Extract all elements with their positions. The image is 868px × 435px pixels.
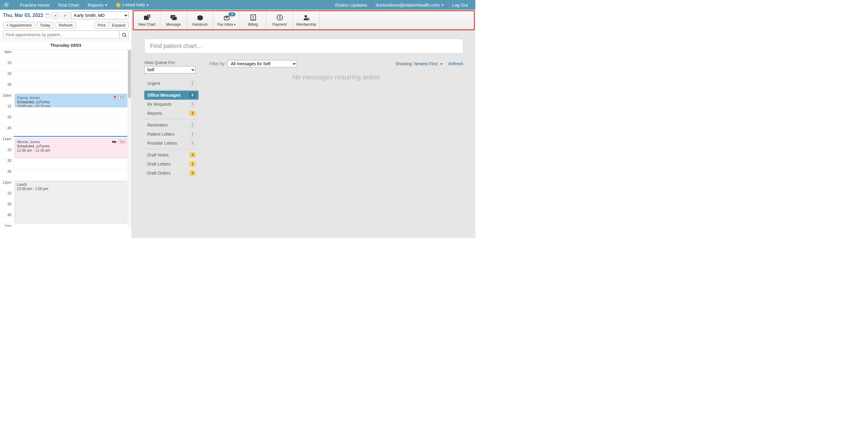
svg-rect-14 xyxy=(172,17,177,20)
queue-item-draft-letters[interactable]: Draft Letters1 xyxy=(144,160,198,169)
find-patient-input[interactable]: Find patient chart... xyxy=(144,39,463,54)
time-label: :30 xyxy=(0,158,13,169)
appointment-time: 10:00 am - 10:20 am xyxy=(17,104,126,107)
time-label: :15 xyxy=(0,148,13,158)
filter-by-label: Filter by: xyxy=(210,61,226,66)
queue-item-patient-letters[interactable]: Patient Letters0 xyxy=(144,129,198,139)
time-slot[interactable] xyxy=(13,170,132,180)
caret-down-icon xyxy=(440,63,443,65)
scrollbar[interactable] xyxy=(127,50,132,227)
current-date[interactable]: Thu, Mar 03, 2022 xyxy=(3,13,43,18)
current-time-indicator xyxy=(13,136,131,137)
queue-item-rx-requests[interactable]: Rx Requests0 xyxy=(144,100,198,109)
nav-find-chart[interactable]: Find Chart xyxy=(54,2,83,7)
time-slot[interactable] xyxy=(13,61,132,71)
time-slot[interactable] xyxy=(13,115,132,126)
time-slot[interactable] xyxy=(13,158,132,169)
queue-item-office-messages[interactable]: Office Messages0 xyxy=(144,91,198,100)
prev-day-button[interactable]: < xyxy=(52,12,59,19)
time-label: 11am xyxy=(0,137,13,147)
time-label: :30 xyxy=(0,71,13,82)
caret-down-icon xyxy=(234,24,236,25)
count-badge: 1 xyxy=(189,162,195,167)
tool-handouts[interactable]: Handouts xyxy=(187,11,213,29)
handouts-icon xyxy=(196,14,204,21)
visit-type-tag: Tele xyxy=(118,140,126,144)
time-slot[interactable] xyxy=(13,224,132,227)
tool-new-chart[interactable]: New Chart xyxy=(134,11,160,29)
topbar: Practice Home Find Chart Reports I need … xyxy=(0,0,475,10)
caret-down-icon xyxy=(105,4,107,6)
nav-logout[interactable]: Log Out xyxy=(448,2,472,7)
appointment-patient-name: Danny Jones xyxy=(17,95,126,100)
svg-text:$: $ xyxy=(279,16,281,20)
add-appointment-button[interactable]: + Appointment xyxy=(3,22,35,29)
time-label: :15 xyxy=(0,104,13,115)
nav-practice-home[interactable]: Practice Home xyxy=(16,2,54,7)
time-slot[interactable] xyxy=(13,71,132,82)
tool-payment[interactable]: $ Payment xyxy=(267,11,293,29)
queue-item-urgent[interactable]: Urgent0 xyxy=(144,79,198,88)
queue-item-reports[interactable]: Reports2 xyxy=(144,109,198,118)
count-badge: 0 xyxy=(189,123,195,127)
nav-user-menu[interactable]: doctordemo@elationhealth.com xyxy=(372,2,448,7)
provider-select[interactable]: Karly Smith, MD xyxy=(71,11,129,19)
appointment-minnie-jones[interactable]: Minnie Jones Scheduled, Forms 11:00 am -… xyxy=(15,138,129,158)
print-button[interactable]: Print xyxy=(94,22,109,29)
tool-billing[interactable]: $ Billing xyxy=(240,11,267,29)
time-label: :30 xyxy=(0,202,13,213)
tool-message[interactable]: Message xyxy=(160,11,187,29)
filter-by-select[interactable]: All messages for Self xyxy=(227,60,297,67)
time-slot[interactable] xyxy=(13,126,132,137)
view-queue-label: View Queue For: xyxy=(144,60,205,65)
count-badge: 0 xyxy=(189,102,195,107)
queue-item-draft-orders[interactable]: Draft Orders2 xyxy=(144,169,198,178)
view-queue-select[interactable]: Self xyxy=(144,66,195,74)
svg-line-5 xyxy=(4,3,5,4)
tool-fax-inbox[interactable]: Fax Inbox 18 xyxy=(213,11,240,29)
appointment-title: Lunch xyxy=(17,182,126,187)
nav-help[interactable]: I need help xyxy=(112,2,153,7)
queue-item-reminders[interactable]: Reminders0 xyxy=(144,120,198,129)
appointment-danny-jones[interactable]: Danny Jones Scheduled, Forms 10:00 am - … xyxy=(15,94,129,107)
svg-line-6 xyxy=(7,6,8,7)
membership-icon xyxy=(303,14,310,21)
count-badge: 0 xyxy=(189,81,195,86)
calendar-icon[interactable] xyxy=(45,13,50,18)
time-label: 1pm xyxy=(0,224,13,227)
time-slot[interactable] xyxy=(13,83,132,93)
appointment-search-button[interactable] xyxy=(120,30,129,39)
nav-reports[interactable]: Reports xyxy=(83,2,112,7)
appointment-status: Scheduled, Forms xyxy=(17,144,126,148)
app-logo-icon xyxy=(3,1,10,8)
time-label: :45 xyxy=(0,126,13,137)
payment-icon: $ xyxy=(276,14,283,21)
nav-updates[interactable]: Elation Updates xyxy=(331,2,372,7)
refresh-messages-link[interactable]: Refresh xyxy=(448,61,463,66)
sort-order-dropdown[interactable]: Newest First xyxy=(414,61,443,66)
svg-point-21 xyxy=(305,15,307,18)
alert-icon xyxy=(116,3,121,7)
tool-membership[interactable]: Membership xyxy=(293,11,320,29)
queue-item-provider-letters[interactable]: Provider Letters0 xyxy=(144,139,198,148)
svg-point-0 xyxy=(6,4,7,6)
time-label: :45 xyxy=(0,83,13,93)
count-badge: 2 xyxy=(189,111,195,116)
appointment-time: 12:00 pm - 1:00 pm xyxy=(17,187,126,191)
expand-button[interactable]: Expand xyxy=(109,22,129,29)
count-badge: 0 xyxy=(189,141,195,146)
today-button[interactable]: Today xyxy=(36,22,54,29)
time-slot[interactable] xyxy=(13,50,132,60)
svg-line-7 xyxy=(4,6,5,7)
queue-item-draft-notes[interactable]: Draft Notes4 xyxy=(144,150,198,160)
new-chart-icon xyxy=(143,14,151,21)
svg-text:$: $ xyxy=(252,16,254,19)
time-label: :45 xyxy=(0,213,13,224)
appointment-lunch[interactable]: Lunch 12:00 pm - 1:00 pm xyxy=(15,181,129,223)
appointment-search-input[interactable] xyxy=(3,30,120,39)
clock-icon xyxy=(36,145,39,148)
svg-line-8 xyxy=(7,3,8,4)
next-day-button[interactable]: > xyxy=(61,12,69,19)
refresh-cal-button[interactable]: Refresh xyxy=(56,22,76,29)
message-icon xyxy=(170,14,177,21)
